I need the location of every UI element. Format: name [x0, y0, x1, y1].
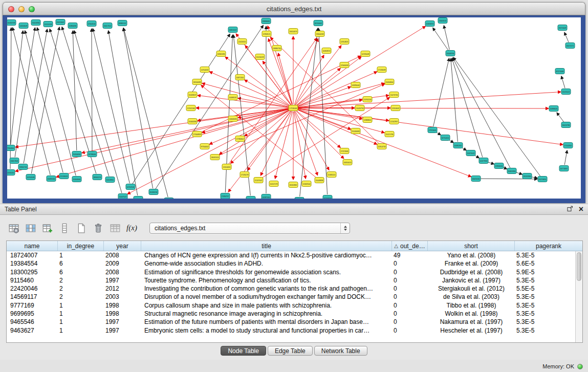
table-cell[interactable]: 1	[58, 310, 104, 318]
column-header-short[interactable]: short	[428, 241, 515, 251]
graph-node[interactable]: 16815322	[228, 27, 237, 33]
close-panel-icon[interactable]: ×	[579, 206, 583, 212]
table-row[interactable]: 911546021997Tourette syndrome. Phenomeno…	[7, 276, 575, 285]
graph-edge[interactable]	[260, 111, 292, 176]
graph-edge[interactable]	[124, 28, 168, 198]
graph-node[interactable]: 16387640	[262, 194, 271, 199]
table-row[interactable]: 946362711997Embryonic stem cells: a mode…	[7, 326, 575, 335]
graph-node[interactable]: 11315010	[7, 170, 15, 176]
graph-node[interactable]: 16625206	[471, 176, 481, 182]
graph-node[interactable]: 11115118	[43, 21, 53, 27]
table-cell[interactable]: 1	[58, 251, 104, 259]
table-selector-combo[interactable]: citations_edges.txt	[149, 223, 350, 234]
graph-edge[interactable]	[300, 28, 318, 196]
window-close-button[interactable]	[8, 6, 14, 12]
table-cell[interactable]: 19384554	[7, 259, 58, 268]
graph-node[interactable]: 12506059	[340, 62, 349, 68]
graph-node[interactable]: 12610651	[222, 164, 231, 170]
graph-node[interactable]: 22139419	[59, 173, 69, 179]
graph-node[interactable]: 18985734	[272, 46, 281, 51]
table-cell[interactable]: 0	[392, 318, 428, 326]
graph-edge[interactable]	[15, 28, 35, 157]
graph-edge[interactable]	[108, 31, 138, 195]
graph-node[interactable]: 19798056	[88, 151, 97, 157]
table-cell[interactable]: 6	[58, 268, 104, 276]
table-cell[interactable]: 0	[392, 268, 428, 276]
graph-node[interactable]: 12610642	[391, 105, 400, 111]
graph-node[interactable]: 18555274	[93, 174, 102, 180]
table-cell[interactable]: 2	[58, 293, 104, 301]
graph-edge[interactable]	[278, 53, 293, 105]
table-scrollbar[interactable]	[575, 251, 582, 342]
table-cell[interactable]: 2	[58, 285, 104, 293]
table-cell[interactable]: Estimation of significance thresholds fo…	[141, 268, 392, 276]
table-cell[interactable]: 9115460	[7, 276, 58, 285]
graph-node[interactable]: 15617512	[103, 23, 112, 29]
graph-node[interactable]: 9734402	[200, 144, 209, 149]
table-row[interactable]: 1456911722003Disruption of a novel membe…	[7, 293, 575, 301]
graph-node[interactable]: 16344560	[72, 177, 81, 182]
graph-edge[interactable]	[297, 108, 549, 108]
graph-edge[interactable]	[297, 92, 561, 108]
table-cell[interactable]: de Silva et al. (2003)	[428, 293, 515, 301]
graph-node[interactable]: 11007547	[118, 194, 127, 199]
graph-node[interactable]: 15121795	[385, 132, 394, 137]
table-cell[interactable]: 5.3E-5	[515, 310, 575, 318]
graph-edge[interactable]	[444, 26, 449, 50]
graph-node[interactable]: 12914825	[340, 39, 349, 45]
graph-edge[interactable]	[296, 111, 340, 148]
table-cell[interactable]: Yano et al. (2008)	[428, 251, 515, 259]
graph-edge[interactable]	[73, 31, 77, 150]
graph-node[interactable]: 19965718	[18, 164, 28, 170]
table-cell[interactable]: Nakamura et al. (1997)	[428, 318, 515, 326]
graph-node[interactable]: 22426310	[237, 39, 247, 45]
graph-node[interactable]: 25260650	[72, 151, 81, 157]
graph-node[interactable]: 1724044	[289, 105, 298, 111]
table-row[interactable]: 1872400712008Changes of HCN gene express…	[7, 251, 575, 259]
column-list-icon[interactable]	[58, 222, 71, 234]
graph-node[interactable]: 11125122	[561, 89, 571, 95]
table-cell[interactable]: 18300295	[7, 268, 58, 276]
table-cell[interactable]: Stergiakouli et al. (2012)	[428, 285, 515, 293]
table-cell[interactable]: 1	[58, 318, 104, 326]
table-cell[interactable]: 0	[392, 285, 428, 293]
graph-node[interactable]: 14595044	[351, 82, 360, 88]
graph-node[interactable]: 16055709	[7, 20, 16, 26]
window-titlebar[interactable]: citations_edges.txt	[3, 2, 585, 15]
table-row[interactable]: 2242004622012Investigating the contribut…	[7, 285, 575, 293]
graph-node[interactable]: 11843693	[228, 116, 237, 122]
graph-node[interactable]: 16381832	[453, 143, 463, 148]
graph-edge[interactable]	[564, 32, 569, 42]
graph-node[interactable]: 18130462	[314, 20, 323, 26]
graph-edge[interactable]	[25, 31, 63, 173]
graph-node[interactable]: 17135278	[240, 172, 249, 178]
graph-node[interactable]: 22955616	[494, 163, 504, 169]
table-cell[interactable]: Embryonic stem cells: a model to study s…	[141, 326, 392, 335]
graph-node[interactable]: 12504104	[87, 21, 96, 27]
graph-edge[interactable]	[561, 76, 565, 89]
tab-node-table[interactable]: Node Table	[221, 346, 266, 356]
table-cell[interactable]: Changes of HCN gene expression and I(f) …	[141, 251, 392, 259]
table-cell[interactable]: 2009	[104, 259, 141, 268]
graph-node[interactable]: 14634649	[19, 23, 28, 29]
graph-node[interactable]: 16157278	[269, 181, 278, 187]
graph-edge[interactable]	[93, 29, 129, 184]
graph-node[interactable]: 11073755	[389, 92, 399, 98]
graph-node[interactable]: 11026753	[355, 105, 364, 111]
table-cell[interactable]: 2008	[104, 268, 141, 276]
table-cell[interactable]: Hescheler et al. (1997)	[428, 326, 515, 335]
graph-node[interactable]: 18985742	[118, 20, 127, 26]
table-cell[interactable]: Estimation of the future numbers of pati…	[141, 318, 392, 326]
graph-edge[interactable]	[294, 112, 306, 179]
graph-node[interactable]: 18031524	[210, 155, 220, 160]
graph-edge[interactable]	[557, 113, 564, 122]
table-cell[interactable]: 1997	[104, 276, 141, 285]
table-cell[interactable]: 9777169	[7, 301, 58, 310]
window-zoom-button[interactable]	[29, 6, 35, 12]
new-table-icon[interactable]	[75, 222, 88, 234]
scrollbar-thumb[interactable]	[577, 252, 581, 281]
table-cell[interactable]: 0	[392, 301, 428, 310]
graph-node[interactable]: 17494757	[221, 193, 230, 199]
graph-edge[interactable]	[209, 110, 290, 144]
graph-node[interactable]: 19274049	[558, 25, 567, 31]
